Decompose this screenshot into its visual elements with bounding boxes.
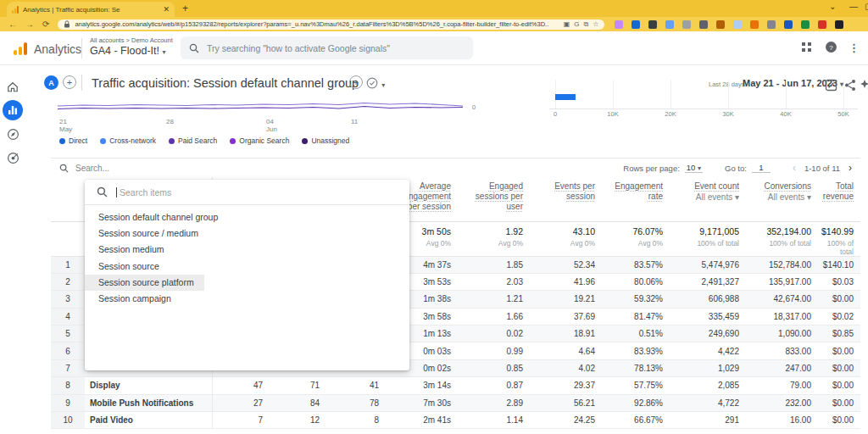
dropdown-item[interactable]: Session source platform [85,275,409,291]
browser-tab[interactable]: Analytics | Traffic acquisition: Se ✕ [7,2,175,17]
tab-media-icon[interactable]: ▣ [564,20,570,28]
cell-engaged_sessions_per_user: 0.99 [458,342,530,359]
totals-conversions: 352,194.00100% of total [746,221,818,256]
cell-conversions: 152,784.00 [746,256,818,273]
analytics-header: Analytics All accounts > Demo Account GA… [0,31,868,65]
sidebar-item-home[interactable] [3,76,23,97]
cell-engaged_sessions: 41 [326,377,386,394]
kebab-menu-icon[interactable]: ⋮ [849,42,860,54]
svg-text:?: ? [829,44,833,52]
cell-total_revenue: $140.10 [818,256,860,273]
legend-item: Paid Search [169,136,217,145]
dropdown-search-input[interactable]: Search items [85,180,409,205]
extension-icon[interactable] [733,20,742,29]
extension-icon[interactable] [699,20,708,29]
back-button[interactable]: ← [8,19,17,29]
tab-close-icon[interactable]: ✕ [163,5,170,14]
global-search-input[interactable]: Try searching "how to activate Google si… [181,36,473,59]
help-icon[interactable]: ? [825,41,837,53]
analytics-logo-icon[interactable] [14,42,27,55]
insights-icon[interactable] [860,79,868,92]
cell-event_count: 2,085 [670,377,746,394]
metric-filter-select[interactable]: All events ▾ [746,192,811,203]
cell-engagement_rate: 59.32% [602,291,670,308]
cell-num: 10 [51,412,85,429]
sidebar-item-reports[interactable] [3,100,23,120]
goto-page-input[interactable]: 1 [752,163,771,173]
dimension-dropdown: Search items Session default channel gro… [85,180,409,370]
dropdown-item[interactable]: Session source / medium [85,225,409,242]
dropdown-item[interactable]: Session source [85,259,409,275]
cell-num: 1 [51,256,85,273]
line-series-series-upper [58,103,463,107]
tab-search-chevron-icon[interactable]: ⌄ [829,2,836,11]
reload-button[interactable]: ⟳ [42,19,49,29]
bookmark-star-icon[interactable]: ☆ [593,20,598,28]
totals-event_count: 9,171,005100% of total [670,221,746,256]
bar-axis-tick: 10K [607,110,618,118]
column-header-engaged_sessions_per_user[interactable]: Engaged sessions per user [458,177,530,221]
line-series-series-lower [58,107,463,109]
sidebar-item-advertising[interactable] [3,147,23,168]
column-header-engagement_rate[interactable]: Engagement rate [602,177,670,221]
extension-icon[interactable] [818,20,826,29]
extension-icon[interactable] [648,20,657,29]
address-bar[interactable]: analytics.google.com/analytics/web/#/p15… [58,19,604,30]
property-switcher[interactable]: GA4 - Flood-It! ▾ [90,45,165,57]
bar-axis-tick: 0 [554,110,557,118]
add-comparison-button[interactable]: + [63,75,76,89]
share-page-icon[interactable]: ⧉ [584,20,589,29]
sidebar-item-explore[interactable] [3,124,23,144]
cell-engaged_sessions_per_user: 1.21 [458,291,530,308]
bar-gridline [670,80,671,109]
column-header-total_revenue[interactable]: Total revenue [818,177,860,221]
new-tab-button[interactable]: + [182,3,188,14]
metric-filter-select[interactable]: All events ▾ [670,192,739,203]
table-controls: Search... Rows per page: 10 ▾ Go to: 1 ‹… [51,158,860,177]
edit-comparisons-icon[interactable] [825,79,837,92]
dropdown-item[interactable]: Session default channel group [85,209,409,225]
dropdown-item[interactable]: Session medium [85,242,409,258]
extension-icon[interactable] [665,20,674,29]
add-metric-button[interactable]: + [349,75,363,89]
extension-icon[interactable] [750,20,759,29]
sessions-line-chart [58,97,466,117]
share-report-icon[interactable] [844,79,856,92]
extension-icon[interactable] [767,20,776,29]
search-icon [97,186,108,198]
prev-page-button[interactable]: ‹ [789,162,799,174]
apps-grid-icon[interactable] [801,42,812,53]
extension-icon[interactable] [801,20,810,29]
maximize-window-icon[interactable]: ▢ [865,2,868,11]
extension-icon[interactable] [682,20,691,29]
chart-legend: DirectCross-networkPaid SearchOrganic Se… [59,136,349,145]
google-icon[interactable]: G [574,20,579,28]
check-circle-icon[interactable] [366,77,378,89]
cell-engagement_rate: 92.86% [602,394,670,411]
rows-per-page-select[interactable]: 10 ▾ [685,163,703,173]
column-header-conversions[interactable]: ConversionsAll events ▾ [746,177,818,221]
forward-button[interactable]: → [25,19,34,29]
extension-icon[interactable] [615,20,623,29]
cell-engaged_sessions: 78 [326,394,386,411]
table-search-input[interactable]: Search... [59,164,623,173]
minimize-window-icon[interactable]: — [849,2,858,11]
extension-icon[interactable] [784,20,793,29]
column-header-event_count[interactable]: Event countAll events ▾ [670,177,746,221]
cell-event_count: 4,722 [670,394,746,411]
next-page-button[interactable]: › [845,162,855,174]
cell-users: 7 [212,412,270,429]
product-name: Analytics [34,42,81,56]
advertising-target-icon [7,152,19,164]
extension-icon[interactable] [716,20,725,29]
cell-events_per_session: 19.21 [530,291,602,308]
account-breadcrumb[interactable]: All accounts > Demo Account [90,36,173,44]
dropdown-item[interactable]: Session campaign [85,291,409,307]
column-header-events_per_session[interactable]: Events per session [530,177,602,221]
cell-conversions: 42,674.00 [746,291,818,308]
dimension-caret-icon[interactable]: ▾ [381,81,385,89]
extension-icon[interactable] [835,20,843,29]
comparison-badge[interactable]: A [44,75,58,90]
extension-icon[interactable] [632,20,640,29]
analytics-favicon-icon [12,6,19,14]
